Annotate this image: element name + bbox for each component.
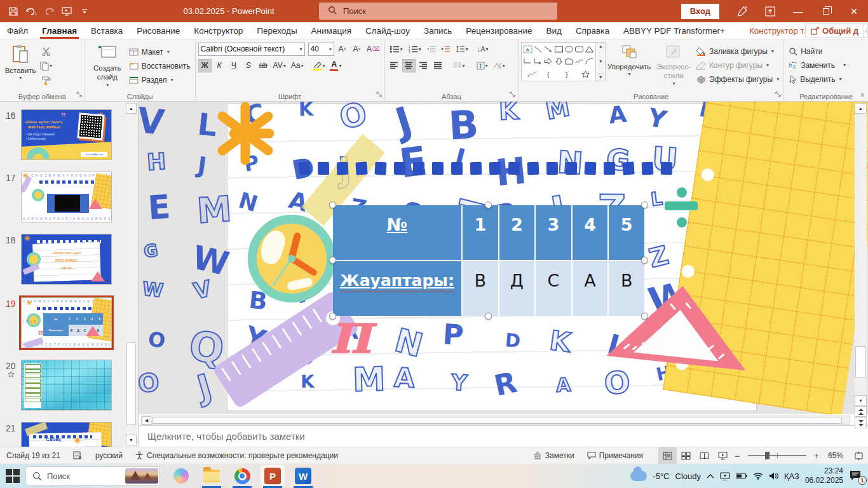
decrease-indent-button[interactable] xyxy=(424,43,438,56)
table-label-cell[interactable]: Жауаптары: xyxy=(333,261,461,316)
align-text-button[interactable]: ▾ xyxy=(475,59,490,72)
table-answer-cell[interactable]: В xyxy=(609,261,644,316)
zoom-slider[interactable] xyxy=(748,455,806,456)
paste-button[interactable]: Вставить ▾ xyxy=(3,42,38,89)
align-right-button[interactable] xyxy=(417,59,430,72)
weather-icon[interactable] xyxy=(630,471,647,481)
sign-in-button[interactable]: Вход xyxy=(681,4,719,19)
numbering-button[interactable]: 123▾ xyxy=(406,43,423,56)
panel-scroll-up-button[interactable]: ▲ xyxy=(126,103,137,114)
shapes-gallery-scroll[interactable]: ▲▼▼ xyxy=(596,42,606,81)
columns-button[interactable]: ▾ xyxy=(451,59,467,72)
normal-view-button[interactable] xyxy=(658,447,677,464)
table-answer-cell[interactable]: А xyxy=(573,261,608,316)
slide-18-thumbnail[interactable]: «Ойлан тап!» әдісі ЖЕКЕ ЖҰМЫС (ТЕСТ) ✳ xyxy=(21,234,112,285)
layout-button[interactable]: Макет▾ xyxy=(127,45,193,58)
weather-condition[interactable]: Cloudy xyxy=(675,471,701,481)
start-button[interactable] xyxy=(0,464,25,488)
bullets-button[interactable]: ▾ xyxy=(388,43,405,56)
weather-temperature[interactable]: -5°C xyxy=(653,471,669,481)
answers-table[interactable]: № 1 2 3 4 5 Жауаптары: В Д С А В xyxy=(333,205,644,316)
reset-button[interactable]: Восстановить xyxy=(127,59,193,72)
tab-home[interactable]: Главная xyxy=(35,22,84,39)
share-more-button[interactable]: › xyxy=(864,24,868,38)
table-header-cell[interactable]: 1 xyxy=(463,205,498,260)
resize-handle-n[interactable] xyxy=(485,201,492,208)
underline-button[interactable]: Ч xyxy=(227,59,241,72)
powerpoint-icon[interactable]: P xyxy=(261,465,285,487)
ribbon-display-options-button[interactable] xyxy=(756,0,784,22)
notification-center-icon[interactable]: 1 xyxy=(849,470,863,482)
shape-fill-button[interactable]: Заливка фигуры▾ xyxy=(695,44,781,58)
new-slide-button[interactable]: Создать слайд ▾ xyxy=(88,42,127,89)
zoom-in-button[interactable]: + xyxy=(811,447,822,464)
slide-16-thumbnail[interactable]: π ✳ «Ойлан, жұптас, бөліс!» ЖҰПТЫҚ ЖҰМЫС… xyxy=(21,109,112,160)
tab-help[interactable]: Справка xyxy=(569,22,616,39)
comments-toggle[interactable]: Примечания xyxy=(581,447,649,464)
shape-outline-button[interactable]: Контур фигуры▾ xyxy=(695,58,781,72)
start-presentation-button[interactable] xyxy=(58,3,75,20)
customize-qat-button[interactable] xyxy=(76,3,93,20)
tab-design[interactable]: Конструктор xyxy=(187,22,250,39)
align-center-button[interactable] xyxy=(402,59,416,72)
save-button[interactable] xyxy=(5,3,22,20)
resize-handle-se[interactable] xyxy=(641,313,648,320)
tab-record[interactable]: Запись xyxy=(417,22,459,39)
minimize-button[interactable]: — xyxy=(784,0,812,22)
slide-19-thumbnail[interactable]: J E I H N G U S R K E M N A Z Q T P I Z … xyxy=(21,297,112,348)
paragraph-dialog-launcher[interactable] xyxy=(510,88,515,100)
spellcheck-icon[interactable] xyxy=(67,447,89,464)
scroll-up-button[interactable]: ▲ xyxy=(855,103,867,114)
vertical-scrollbar[interactable]: ▲ ▼ xyxy=(855,103,867,413)
tab-abbyy[interactable]: ABBYY PDF Transformer+ xyxy=(616,22,732,39)
increase-indent-button[interactable] xyxy=(439,43,452,56)
table-header-cell[interactable]: 3 xyxy=(536,205,571,260)
copy-button[interactable]: ▾ xyxy=(38,59,54,72)
resize-handle-nw[interactable] xyxy=(329,201,336,208)
table-header-cell[interactable]: 5 xyxy=(609,205,644,260)
replace-button[interactable]: bc Заменить▾ xyxy=(787,58,865,72)
table-header-cell[interactable]: № xyxy=(333,205,461,260)
text-shadow-button[interactable]: S xyxy=(242,59,255,72)
next-slide-button[interactable] xyxy=(855,417,867,428)
undo-button[interactable] xyxy=(23,3,39,20)
clipboard-dialog-launcher[interactable] xyxy=(76,88,82,100)
restore-button[interactable] xyxy=(812,0,840,22)
resize-handle-s[interactable] xyxy=(485,313,492,320)
tab-animations[interactable]: Анимация xyxy=(304,22,358,39)
tab-view[interactable]: Вид xyxy=(539,22,569,39)
scroll-left-button[interactable]: ◀ xyxy=(142,416,151,424)
panel-scroll-down-button[interactable]: ▼ xyxy=(126,435,137,445)
close-button[interactable]: × xyxy=(840,0,868,22)
notes-pane[interactable]: Щелкните, чтобы добавить заметки xyxy=(139,425,868,447)
tab-insert[interactable]: Вставка xyxy=(84,22,130,39)
file-explorer-icon[interactable] xyxy=(200,465,224,487)
titlebar-search[interactable]: Поиск xyxy=(319,3,557,20)
resize-handle-sw[interactable] xyxy=(329,313,336,320)
zoom-level[interactable]: 65% xyxy=(822,447,850,464)
keyboard-language[interactable]: ҚАЗ xyxy=(784,471,799,481)
tab-file[interactable]: Файл xyxy=(0,22,35,39)
line-spacing-button[interactable]: ▾ xyxy=(454,43,470,56)
text-direction-button[interactable]: ↓A▾ xyxy=(475,43,491,56)
slide-20-thumbnail[interactable] xyxy=(21,360,112,410)
arrange-button[interactable]: Упорядочить ▾ xyxy=(606,42,653,89)
accessibility-status[interactable]: Специальные возможности: проверьте реком… xyxy=(129,447,344,464)
clear-formatting-button[interactable]: A⌫ xyxy=(365,43,381,56)
font-color-button[interactable]: А▾ xyxy=(328,59,343,72)
copilot-icon[interactable] xyxy=(169,465,193,487)
collapse-ribbon-button[interactable]: ˄ xyxy=(860,92,864,98)
align-left-button[interactable] xyxy=(388,59,401,72)
justify-button[interactable] xyxy=(431,59,445,72)
search-highlight-image[interactable] xyxy=(125,468,158,484)
format-painter-button[interactable] xyxy=(38,74,54,87)
change-case-button[interactable]: Aa▾ xyxy=(289,59,306,72)
convert-smartart-button[interactable]: ▾ xyxy=(491,59,507,72)
slide-counter[interactable]: Слайд 19 из 21 xyxy=(0,447,67,464)
resize-handle-ne[interactable] xyxy=(641,201,648,208)
slideshow-view-button[interactable] xyxy=(714,447,732,464)
tab-transitions[interactable]: Переходы xyxy=(250,22,304,39)
redo-button[interactable] xyxy=(41,3,57,20)
taskbar-search[interactable]: Поиск xyxy=(25,466,160,485)
text-highlight-button[interactable]: ▾ xyxy=(311,59,327,72)
